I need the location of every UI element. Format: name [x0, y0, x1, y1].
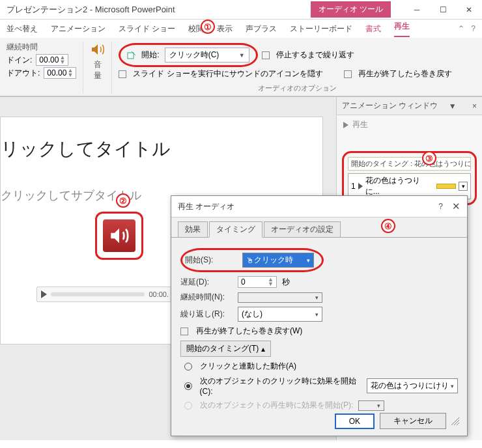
fadein-label: ドイン:	[7, 55, 32, 66]
fadeout-field[interactable]: 00.00▲▼	[44, 67, 76, 79]
seek-track[interactable]	[51, 292, 145, 296]
dlg-onclick-target-dropdown[interactable]: 花の色はうつりにけりないたづら...▾	[367, 378, 458, 393]
resize-grip-icon[interactable]	[451, 417, 459, 425]
dlg-rewind-checkbox[interactable]	[180, 328, 188, 335]
tab-storyboard[interactable]: ストーリーボード	[290, 23, 352, 35]
ribbon-group-options: 開始: クリック時(C) ▼ 停止するまで繰り返す スライド ショーを実行中にサ…	[112, 42, 482, 93]
chevron-down-icon: ▾	[451, 383, 454, 389]
dialog-help-icon[interactable]: ?	[438, 202, 443, 211]
dlg-radio-onclick[interactable]	[184, 382, 192, 390]
hide-icon-checkbox[interactable]	[119, 70, 126, 78]
chevron-down-icon: ▾	[315, 311, 319, 318]
animation-trigger-row[interactable]: 開始のタイミング : 花の色はうつりにけり...	[348, 157, 471, 171]
animation-pane-header: アニメーション ウィンドウ ▼ ×	[337, 97, 482, 115]
start-dropdown[interactable]: クリック時(C) ▼	[165, 48, 249, 63]
tab-animation[interactable]: アニメーション	[51, 23, 106, 35]
slide-title-placeholder[interactable]: リックしてタイトル	[1, 137, 322, 161]
dialog-footer: OK キャンセル	[335, 413, 459, 429]
chevron-down-icon: ▾	[377, 402, 380, 409]
dlg-trigger-button[interactable]: 開始のタイミング(T) ▴	[180, 341, 271, 357]
chevron-down-icon: ▾	[315, 294, 319, 301]
audio-player-bar[interactable]: 00:00.	[36, 287, 173, 302]
tab-arrange[interactable]: 並べ替え	[7, 23, 38, 35]
dlg-duration-label: 継続時間(N):	[180, 292, 233, 303]
callout-3: ③	[422, 151, 436, 165]
ribbon-group-fade: 継続時間 ドイン: 00.00▲▼ ドアウト: 00.00▲▼	[0, 42, 83, 93]
play-icon[interactable]	[41, 290, 47, 298]
tab-playback[interactable]: 再生	[394, 21, 410, 37]
chevron-up-icon: ▴	[261, 344, 265, 354]
tab-timing[interactable]: タイミング	[209, 221, 262, 238]
ribbon-group-label: オーディオのオプション	[119, 83, 475, 93]
dlg-delay-label: 遅延(D):	[180, 277, 233, 288]
animation-item-label: 花の色はうつりに...	[365, 175, 434, 197]
dlg-duration-dropdown[interactable]: ▾	[238, 292, 322, 303]
loop-checkbox[interactable]	[262, 51, 270, 59]
dialog-tabs: 効果 タイミング オーディオの設定 ④	[171, 217, 467, 238]
loop-label: 停止するまで繰り返す	[276, 49, 354, 61]
tab-effect[interactable]: 効果	[178, 221, 208, 237]
dialog-close-icon[interactable]: ✕	[452, 201, 461, 212]
cancel-button[interactable]: キャンセル	[380, 413, 446, 429]
rewind-checkbox[interactable]	[344, 70, 352, 78]
dialog-body: 開始(S): 🖱 クリック時 ▾ 遅延(D): 0▲▼ 秒 継続時間(N): ▾…	[171, 238, 467, 421]
close-button[interactable]: ✕	[456, 0, 482, 20]
play-audio-dialog: 再生 オーディオ ? ✕ 効果 タイミング オーディオの設定 ④ 開始(S): …	[171, 195, 468, 436]
ok-button[interactable]: OK	[335, 413, 375, 429]
speaker-icon	[90, 42, 106, 57]
animation-pane-title: アニメーション ウィンドウ	[342, 100, 438, 111]
start-icon	[127, 51, 136, 60]
callout-4: ④	[381, 219, 395, 233]
tab-audio-settings[interactable]: オーディオの設定	[264, 221, 341, 237]
dlg-radio-onclick-label: 次のオブジェクトのクリック時に効果を開始(C):	[200, 376, 362, 396]
callout-2: ②	[116, 193, 130, 208]
dlg-repeat-dropdown[interactable]: (なし)▾	[238, 307, 322, 322]
time-display: 00:00.	[149, 290, 169, 298]
callout-1: ①	[201, 20, 215, 34]
dialog-titlebar: 再生 オーディオ ? ✕	[171, 196, 467, 217]
pane-chevron-down-icon[interactable]: ▼	[449, 102, 457, 111]
dlg-start-value: クリック時	[254, 255, 293, 266]
ribbon-group-volume: 音量	[83, 42, 112, 93]
dlg-rewind-label: 再生が終了したら巻き戻す(W)	[196, 326, 302, 337]
tab-format[interactable]: 書式	[365, 23, 381, 35]
pane-close-icon[interactable]: ×	[472, 102, 477, 111]
ribbon: 継続時間 ドイン: 00.00▲▼ ドアウト: 00.00▲▼ 音量 開始: ク…	[0, 38, 482, 96]
minimize-button[interactable]: ─	[404, 0, 430, 20]
audio-object-highlight	[95, 212, 143, 260]
dlg-start-label: 開始(S):	[185, 255, 237, 266]
dlg-radio-onplay	[184, 402, 192, 410]
dlg-repeat-label: 繰り返し(R):	[180, 309, 233, 320]
duration-label: 継続時間	[7, 42, 76, 53]
help-icon[interactable]: ?	[471, 24, 475, 33]
animation-item-number: 1	[351, 182, 356, 191]
animation-item-menu[interactable]: ▾	[459, 182, 468, 191]
maximize-button[interactable]: ☐	[430, 0, 456, 20]
dialog-title: 再生 オーディオ	[178, 201, 234, 212]
dlg-start-dropdown[interactable]: 🖱 クリック時 ▾	[242, 253, 314, 268]
ribbon-tabs: 並べ替え アニメーション スライド ショー 校閲 表示 声プラス ストーリーボー…	[0, 20, 482, 38]
animation-timeline-bar	[436, 184, 456, 189]
animation-play-button[interactable]: 再生	[352, 119, 368, 130]
ribbon-minimize-icon[interactable]: ⌃	[458, 24, 464, 33]
tab-view[interactable]: 表示	[217, 23, 233, 35]
play-icon[interactable]	[343, 122, 348, 128]
start-value: クリック時(C)	[169, 49, 220, 61]
chevron-down-icon: ▼	[239, 52, 245, 59]
fadein-field[interactable]: 00.00▲▼	[36, 54, 68, 66]
audio-object[interactable]	[103, 219, 135, 252]
start-label: 開始:	[141, 49, 159, 61]
chevron-down-icon: ▾	[307, 257, 310, 264]
tab-slideshow[interactable]: スライド ショー	[119, 23, 175, 35]
volume-label[interactable]: 音量	[90, 59, 105, 81]
tab-voiceplus[interactable]: 声プラス	[246, 23, 277, 35]
dlg-delay-field[interactable]: 0▲▼	[238, 276, 277, 288]
window-title: プレゼンテーション2 - Microsoft PowerPoint	[0, 4, 175, 16]
audio-tools-contextual-tab[interactable]: オーディオ ツール	[311, 1, 391, 18]
speaker-icon	[108, 225, 130, 247]
svg-rect-0	[128, 53, 134, 59]
dlg-delay-unit: 秒	[282, 277, 290, 288]
dlg-radio-animate[interactable]	[184, 363, 192, 371]
hide-icon-label: スライド ショーを実行中にサウンドのアイコンを隠す	[133, 68, 322, 79]
play-icon	[358, 183, 363, 189]
